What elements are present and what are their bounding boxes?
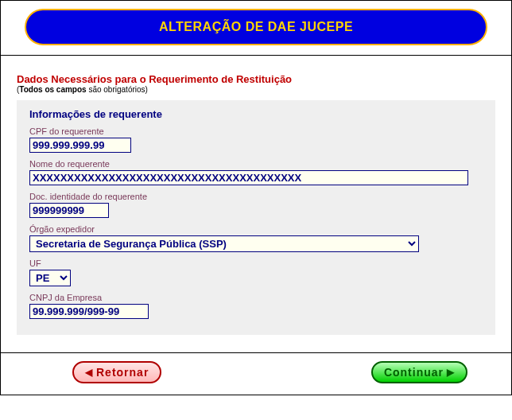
- doc-input[interactable]: [29, 203, 109, 218]
- cpf-input[interactable]: [29, 138, 131, 153]
- back-button-label: Retornar: [96, 366, 149, 379]
- group-title: Informações de requerente: [29, 108, 486, 120]
- continue-button-label: Continuar: [384, 366, 444, 379]
- orgao-label: Órgão expedidor: [29, 224, 486, 234]
- triangle-right-icon: ▶: [447, 368, 455, 377]
- uf-select[interactable]: PE: [29, 270, 71, 286]
- section-title: Dados Necessários para o Requerimento de…: [17, 73, 495, 85]
- orgao-select[interactable]: Secretaria de Segurança Pública (SSP): [29, 235, 419, 252]
- cpf-label: CPF do requerente: [29, 126, 486, 136]
- triangle-left-icon: ◀: [85, 368, 93, 377]
- form-panel: Informações de requerente CPF do requere…: [17, 100, 495, 335]
- uf-label: UF: [29, 259, 486, 268]
- doc-label: Doc. identidade do requerente: [29, 192, 486, 201]
- nome-input[interactable]: [29, 170, 468, 185]
- back-button[interactable]: ◀ Retornar: [72, 361, 161, 383]
- continue-button[interactable]: Continuar ▶: [371, 361, 467, 383]
- section-note: (Todos os campos são obrigatórios): [17, 85, 495, 94]
- nome-label: Nome do requerente: [29, 159, 486, 169]
- cnpj-input[interactable]: [29, 304, 149, 319]
- cnpj-label: CNPJ da Empresa: [29, 293, 486, 302]
- page-title: ALTERAÇÃO DE DAE JUCEPE: [25, 9, 487, 45]
